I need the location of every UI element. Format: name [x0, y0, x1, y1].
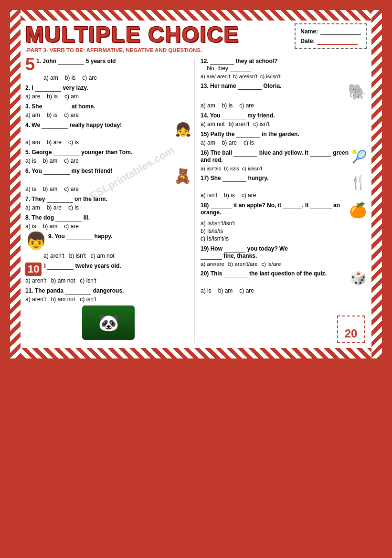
q14-opt-c: c) isn't [253, 121, 269, 127]
name-underline [320, 28, 361, 35]
title-block: MULTIPLE CHOICE [25, 23, 283, 45]
score-box: 20 [337, 316, 365, 343]
question-2: 2. I very lazy. a) are b) is c) am [25, 84, 191, 100]
q20-opt-a: a) is [201, 287, 212, 294]
main-columns: 5 1. John 5 years old a) am b) is c) are [25, 58, 367, 343]
q4-opt-c: c) is [68, 139, 79, 146]
q3-opt-c: c) are [64, 112, 79, 118]
q4-opt-a: a) am [25, 139, 40, 146]
question-17: 17) She hungry. 🍴 a) isn't b) is c) are [201, 175, 367, 199]
q12-opt-b: b) are/isn't [233, 74, 257, 79]
q7-opt-b: b) are [47, 204, 62, 211]
q20-deco: 🎲 [350, 270, 367, 286]
q17-opt-a: a) isn't [201, 192, 217, 199]
question-8: 8. The dog ill. a) is b) am c) are [25, 214, 191, 230]
q20-opt-c: c) are [239, 287, 254, 294]
question-9: 👦 9. You happy. a) aren't b) isn't c) am… [25, 233, 191, 259]
question-19: 19) How you today? We fine, thanks. a) a… [201, 245, 367, 267]
left-border [10, 10, 21, 358]
q1-opt-b: b) is [65, 74, 76, 81]
q6-opt-a: a) is [25, 186, 36, 192]
q3-opt-a: a) am [25, 112, 40, 118]
q2-opt-b: b) is [47, 93, 58, 100]
q9-opt-c: c) am not [91, 253, 115, 259]
q10-opt-a: a) aren't [25, 277, 46, 284]
q15-opt-a: a) am [201, 139, 215, 146]
right-border [371, 10, 382, 358]
top-border [10, 10, 382, 21]
question-12: 12. they at school? No, they . a) are/ a… [201, 58, 367, 79]
q13-opt-c: c) are [239, 102, 254, 109]
q18-opt-c: c) Is/isn't/is [201, 235, 367, 242]
q6-deco: 🧸 [174, 168, 191, 184]
q17-opt-b: b) is [224, 192, 235, 199]
question-3: 3. She at home. a) am b) is c) are [25, 103, 191, 118]
q10-opt-c: c) isn't [80, 277, 96, 284]
q9-opt-a: a) aren't [43, 253, 64, 259]
q16-ball-deco: 🎾 [351, 149, 367, 164]
q2-opt-a: a) are [25, 93, 40, 100]
score-value: 20 [345, 327, 358, 340]
q8-opt-b: b) am [43, 223, 58, 230]
q3-opt-b: b) is [47, 112, 58, 118]
q16-opt-b: b) is/is [224, 166, 239, 171]
q18-orange-deco: 🍊 [349, 202, 367, 219]
q12-opt-c: c) is/isn't [260, 74, 280, 79]
q17-opt-c: c) are [242, 192, 256, 199]
q19-opt-c: c) is/are [262, 261, 281, 267]
q9-opt-b: b) isn't [69, 253, 86, 259]
bottom-border [10, 348, 382, 358]
q16-opt-c: c) is/isn't [242, 166, 262, 171]
q13-opt-b: b) is [222, 102, 233, 109]
q19-opt-a: a) are/are [201, 261, 224, 267]
q6-opt-b: b) am [43, 186, 58, 192]
q16-opt-a: a) isn't/is [201, 166, 221, 171]
q11-opt-a: a) aren't [25, 296, 46, 303]
question-4: 4. We really happy today! 👧 a) am b) are… [25, 122, 191, 146]
q1-icon: 5 [25, 56, 35, 73]
q5-opt-c: c) are [64, 158, 79, 164]
main-title: MULTIPLE CHOICE [25, 23, 283, 45]
q6-opt-c: c) are [64, 186, 79, 192]
name-label: Name: [300, 28, 318, 35]
question-13: 13. Her name Gloria. 🐘 a) am b) is c) ar… [201, 83, 367, 109]
q5-opt-a: a) is [25, 158, 36, 164]
q1-opt-a: a) am [43, 74, 58, 81]
question-18: 18) it an apple? No, it . It an orange. … [201, 202, 367, 242]
question-15: 15) Patty the in the garden. a) am b) ar… [201, 131, 367, 146]
question-6: 6. You my best friend! 🧸 a) is b) am c) … [25, 168, 191, 192]
q7-opt-a: a) am [25, 204, 40, 211]
q8-opt-a: a) is [25, 223, 36, 230]
q15-opt-b: b) are [222, 139, 237, 146]
q14-opt-a: a) am not [201, 121, 225, 127]
q9-boy-deco: 👦 [25, 231, 47, 251]
q13-opt-a: a) am [201, 102, 215, 109]
q18-opt-a: a) Is/isn't/isn't [201, 220, 367, 227]
question-11: 11. The panda dangerous. a) aren't b) am… [25, 287, 191, 340]
date-underline [317, 37, 358, 45]
q4-opt-b: b) are [47, 139, 62, 146]
q17-deco: 🍴 [350, 175, 367, 190]
q2-opt-c: c) am [64, 93, 79, 100]
question-20: 20) This the last question of the quiz. … [201, 270, 367, 294]
right-column: 12. they at school? No, they . a) are/ a… [199, 58, 367, 343]
q19-opt-b: b) aren't/are [228, 261, 258, 267]
q12-opt-a: a) are/ aren't [201, 74, 230, 79]
q14-opt-b: b) aren't [229, 121, 250, 127]
question-7: 7. They on the farm. a) am b) are c) is [25, 196, 191, 211]
q4-deco: 👧 [175, 122, 191, 137]
q8-opt-c: c) are [64, 223, 79, 230]
q5-opt-b: b) am [43, 158, 58, 164]
q10-opt-b: b) am not [51, 277, 75, 284]
date-label: Date: [300, 38, 315, 44]
question-1: 5 1. John 5 years old a) am b) is c) are [25, 58, 191, 81]
question-10: 10 I twelve years old. a) aren't b) am n… [25, 263, 191, 284]
q13-elephant-deco: 🐘 [348, 83, 367, 101]
question-5: 5. George younger than Tom. a) is b) am … [25, 149, 191, 164]
q7-opt-c: c) is [68, 204, 79, 211]
q11-opt-b: b) am not [51, 296, 75, 303]
q1-text: 1. John 5 years old [36, 58, 116, 65]
q10-icon: 10 [25, 263, 42, 276]
q20-opt-b: b) am [218, 287, 233, 294]
q1-opt-c: c) are [82, 74, 97, 81]
